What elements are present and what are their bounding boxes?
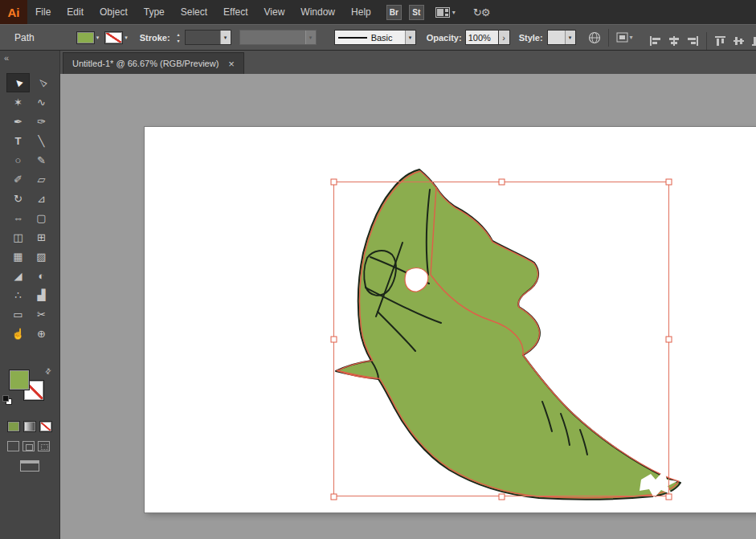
metapod-artwork[interactable] (336, 169, 680, 500)
stroke-swatch-group[interactable]: ▾ (104, 31, 128, 44)
lasso-tool[interactable]: ∿ (30, 92, 53, 112)
align-vertical-center-icon[interactable] (733, 35, 746, 47)
stepper-up-icon[interactable]: ▴ (174, 31, 183, 38)
fill-proxy-swatch[interactable] (9, 370, 30, 390)
stepper-down-icon[interactable]: ▾ (174, 38, 183, 44)
slice-icon: ✂ (37, 308, 46, 321)
free-transform-tool[interactable]: ▢ (30, 208, 53, 227)
menu-help[interactable]: Help (343, 0, 379, 24)
zoom-tool[interactable]: ⊕ (30, 324, 53, 343)
graphic-style-combo[interactable]: ▾ (547, 30, 576, 45)
column-graph-tool[interactable]: ▟ (30, 285, 53, 304)
menu-window[interactable]: Window (292, 0, 343, 24)
symbol-sprayer-tool[interactable]: ∴ (6, 285, 30, 304)
stroke-weight-stepper[interactable]: ▴ ▾ (174, 31, 183, 44)
eyedropper-tool[interactable]: ◢ (6, 266, 30, 285)
selection-tool[interactable]: ► (6, 73, 30, 92)
menu-type[interactable]: Type (136, 0, 173, 24)
separator (608, 29, 609, 47)
fill-color-swatch[interactable] (76, 31, 95, 44)
pencil-icon: ✐ (14, 174, 22, 186)
menu-edit[interactable]: Edit (59, 0, 92, 24)
chevron-down-icon: ▾ (630, 34, 633, 41)
mesh-tool[interactable]: ▦ (6, 247, 30, 266)
stroke-color-swatch[interactable] (104, 31, 123, 44)
opacity-label: Opacity: (427, 33, 462, 43)
ellipse-tool[interactable]: ○ (6, 150, 30, 169)
shape-builder-tool[interactable]: ◫ (6, 227, 30, 247)
slice-tool[interactable]: ✂ (30, 304, 53, 324)
collapse-panel-icon: « (4, 53, 9, 63)
menu-select[interactable]: Select (173, 0, 215, 24)
fill-stroke-widget: ⇄ (7, 370, 54, 408)
chevron-down-icon[interactable]: ▾ (565, 31, 575, 44)
opacity-menu-button[interactable]: › (499, 30, 510, 45)
bridge-button[interactable]: Br (386, 5, 402, 20)
align-top-icon[interactable] (714, 35, 727, 47)
direct-selection-tool[interactable]: ▻ (30, 73, 53, 92)
width-tool[interactable]: ⇔ (6, 208, 30, 227)
gradient-tool[interactable]: ▨ (30, 247, 53, 266)
align-right-icon[interactable] (686, 35, 699, 47)
opacity-input[interactable] (465, 30, 499, 45)
artboard-tool[interactable]: ▭ (6, 304, 30, 324)
handle-middle-left[interactable] (331, 337, 337, 342)
metapod-body[interactable] (336, 169, 680, 500)
handle-bottom-right[interactable] (666, 494, 672, 500)
line-segment-tool[interactable]: ╲ (30, 131, 53, 150)
none-button[interactable] (39, 421, 52, 432)
menu-effect[interactable]: Effect (215, 0, 255, 24)
control-bar: Path ▾ ▾ Stroke: ▴ ▾ ▾ ▾ Basic ▾ (0, 24, 756, 51)
scale-tool[interactable]: ⊿ (30, 189, 53, 208)
fill-swatch-group[interactable]: ▾ (76, 31, 100, 44)
swap-fill-stroke-icon[interactable]: ⇄ (43, 366, 53, 376)
chevron-down-icon[interactable]: ▾ (405, 31, 415, 44)
color-type-buttons (7, 421, 52, 432)
paintbrush-tool[interactable]: ✎ (30, 150, 53, 169)
document-options-button[interactable]: ▾ (616, 32, 633, 43)
line-style-combo[interactable]: Basic ▾ (334, 30, 416, 45)
handle-top-center[interactable] (499, 179, 505, 185)
magic-wand-tool[interactable]: ✶ (6, 92, 30, 112)
panel-collapse-button[interactable]: « (0, 51, 59, 64)
brush-definition-combo: ▾ (239, 30, 317, 45)
type-tool[interactable]: T (6, 131, 30, 150)
draw-behind-icon[interactable] (22, 441, 35, 451)
chevron-down-icon[interactable]: ▾ (220, 31, 231, 44)
handle-bottom-center[interactable] (499, 494, 505, 500)
handle-middle-right[interactable] (666, 337, 672, 342)
draw-normal-icon[interactable] (7, 441, 19, 451)
stroke-weight-combo[interactable]: ▾ (185, 30, 231, 45)
default-fill-stroke-icon[interactable] (2, 395, 12, 405)
gradient-button[interactable] (23, 421, 36, 432)
eraser-tool[interactable]: ▱ (30, 169, 53, 189)
screen-mode-button[interactable] (20, 460, 39, 472)
hand-tool[interactable]: ☝ (6, 324, 30, 343)
draw-inside-icon[interactable] (38, 441, 50, 451)
document-tab[interactable]: Untitled-1* @ 66.67% (RGB/Preview) × (63, 52, 244, 74)
menubar: Ai File Edit Object Type Select Effect V… (0, 0, 756, 24)
handle-bottom-left[interactable] (331, 494, 337, 500)
perspective-grid-tool[interactable]: ⊞ (30, 227, 53, 247)
pen-tool[interactable]: ✒ (6, 112, 30, 131)
sync-settings-icon[interactable]: ↻⚙ (473, 6, 490, 18)
chevron-down-icon: ▾ (305, 31, 316, 44)
stock-button[interactable]: St (409, 5, 424, 20)
workspace-switcher[interactable]: ▾ (435, 7, 456, 18)
menu-object[interactable]: Object (92, 0, 136, 24)
menu-view[interactable]: View (256, 0, 293, 24)
handle-top-left[interactable] (331, 179, 337, 185)
handle-top-right[interactable] (666, 179, 672, 185)
color-button[interactable] (7, 421, 20, 432)
menu-file[interactable]: File (27, 0, 59, 24)
pencil-tool[interactable]: ✐ (6, 169, 30, 189)
curvature-tool[interactable]: ✑ (30, 112, 53, 131)
align-left-icon[interactable] (649, 35, 662, 47)
direct-selection-arrow-icon: ▻ (35, 76, 49, 90)
align-horizontal-center-icon[interactable] (668, 35, 680, 47)
align-bottom-icon[interactable] (751, 35, 756, 47)
rotate-tool[interactable]: ↻ (6, 189, 30, 208)
recolor-artwork-button[interactable] (588, 31, 601, 44)
close-icon[interactable]: × (228, 59, 235, 69)
blend-tool[interactable]: ◐ (30, 266, 53, 285)
